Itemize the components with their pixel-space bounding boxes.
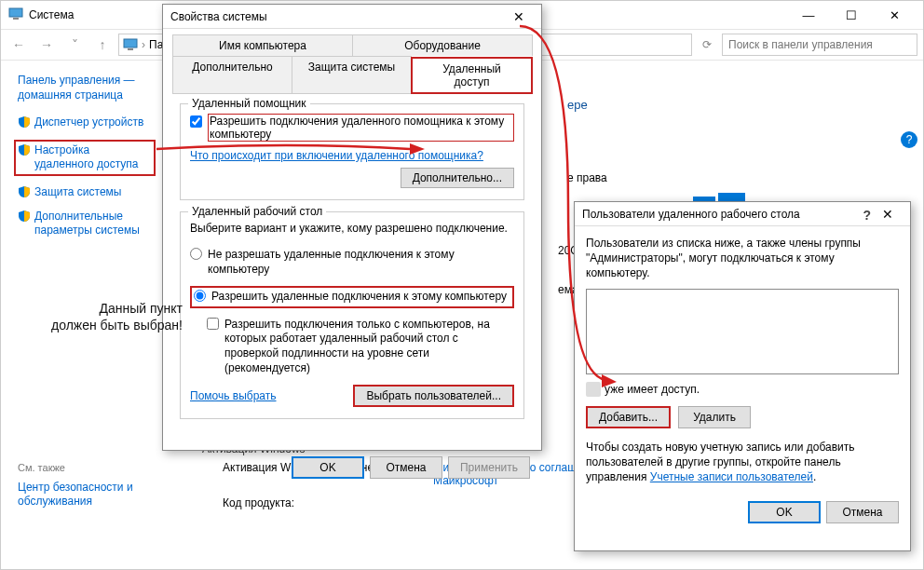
shield-icon — [18, 143, 31, 156]
back-button[interactable]: ← — [7, 33, 31, 57]
sidebar-item-remote-settings[interactable]: Настройка удаленного доступа — [14, 140, 156, 176]
shield-icon — [18, 185, 31, 198]
section-fragment: ере — [567, 98, 904, 112]
sysprop-close-button[interactable]: ✕ — [504, 9, 534, 24]
assistant-advanced-button[interactable]: Дополнительно... — [401, 168, 514, 188]
up-button[interactable]: ↑ — [90, 33, 115, 57]
select-users-button[interactable]: Выбрать пользователей... — [353, 385, 514, 407]
nla-checkbox[interactable] — [207, 318, 219, 330]
tab-system-protection[interactable]: Защита системы — [292, 56, 412, 93]
remote-assistant-group: Удаленный помощник Разрешить подключения… — [180, 103, 524, 200]
sysprop-cancel-button[interactable]: Отмена — [370, 456, 442, 479]
sysprop-ok-button[interactable]: OK — [292, 456, 364, 479]
users-hint: Пользователи из списка ниже, а также чле… — [586, 236, 899, 281]
sidebar-item-advanced-settings[interactable]: Дополнительные параметры системы — [18, 210, 156, 238]
remote-desktop-group: Удаленный рабочий стол Выберите вариант … — [180, 211, 524, 419]
svg-rect-1 — [13, 18, 19, 20]
users-close-button[interactable]: ✕ — [873, 207, 903, 222]
users-help-button[interactable]: ? — [863, 208, 871, 223]
see-also-heading: См. также — [18, 462, 156, 473]
allow-remote-assistant-checkbox[interactable] — [190, 115, 202, 128]
history-dropdown[interactable]: ˅ — [62, 33, 87, 57]
refresh-button[interactable]: ⟳ — [696, 38, 718, 51]
users-listbox[interactable] — [586, 289, 899, 374]
monitor-icon — [123, 38, 138, 51]
sysprop-apply-button[interactable]: Применить — [448, 456, 530, 479]
user-accounts-link[interactable]: Учетные записи пользователей — [650, 470, 813, 483]
shield-icon — [18, 210, 31, 223]
users-note: Чтобы создать новую учетную запись или д… — [586, 440, 899, 485]
tab-remote[interactable]: Удаленный доступ — [411, 57, 533, 94]
system-properties-dialog: Свойства системы ✕ Имя компьютера Оборуд… — [162, 4, 542, 451]
sidebar-item-device-manager[interactable]: Диспетчер устройств — [18, 115, 156, 130]
shield-icon — [18, 115, 31, 129]
sidebar-item-security-center[interactable]: Центр безопасности и обслуживания — [1, 481, 156, 509]
search-input[interactable]: Поиск в панели управления — [722, 34, 917, 56]
remote-desktop-hint: Выберите вариант и укажите, кому разреше… — [190, 222, 514, 235]
cp-home-link[interactable]: Панель управления — домашняя страница — [18, 74, 156, 102]
remote-users-dialog: Пользователи удаленного рабочего стола ?… — [574, 201, 911, 551]
close-button[interactable]: ✕ — [873, 1, 916, 29]
users-titlebar[interactable]: Пользователи удаленного рабочего стола ?… — [575, 202, 910, 226]
tab-advanced[interactable]: Дополнительно — [172, 56, 292, 93]
search-placeholder: Поиск в панели управления — [728, 38, 873, 51]
svg-rect-2 — [124, 39, 137, 48]
allow-remote-assistant-label: Разрешить подключения удаленного помощни… — [208, 114, 514, 142]
svg-rect-3 — [128, 48, 133, 50]
sysprop-titlebar[interactable]: Свойства системы ✕ — [163, 5, 541, 29]
product-code-label: Код продукта: — [223, 496, 577, 509]
remote-assistant-help-link[interactable]: Что происходит при включении удаленного … — [190, 149, 483, 162]
users-cancel-button[interactable]: Отмена — [826, 501, 899, 523]
tab-hardware[interactable]: Оборудование — [352, 34, 533, 56]
forward-button[interactable]: → — [34, 33, 59, 57]
remove-user-button[interactable]: Удалить — [678, 406, 751, 428]
annotation-text: Данный пункт должен быть выбран! — [43, 300, 183, 333]
add-user-button[interactable]: Добавить... — [586, 406, 671, 428]
users-ok-button[interactable]: OK — [748, 501, 821, 523]
help-choose-link[interactable]: Помочь выбрать — [190, 389, 277, 402]
system-icon — [8, 7, 23, 22]
already-has-access: уже имеет доступ. — [586, 382, 899, 397]
help-icon[interactable]: ? — [901, 131, 917, 148]
svg-rect-0 — [9, 8, 22, 17]
user-icon — [586, 382, 601, 397]
rights-fragment: е права — [567, 171, 904, 184]
tab-computer-name[interactable]: Имя компьютера — [172, 34, 353, 56]
minimize-button[interactable]: — — [787, 1, 830, 29]
radio-deny-remote[interactable] — [190, 248, 202, 260]
radio-allow-remote[interactable] — [194, 290, 206, 302]
sidebar-item-system-protection[interactable]: Защита системы — [18, 185, 156, 200]
maximize-button[interactable]: ☐ — [830, 1, 873, 29]
